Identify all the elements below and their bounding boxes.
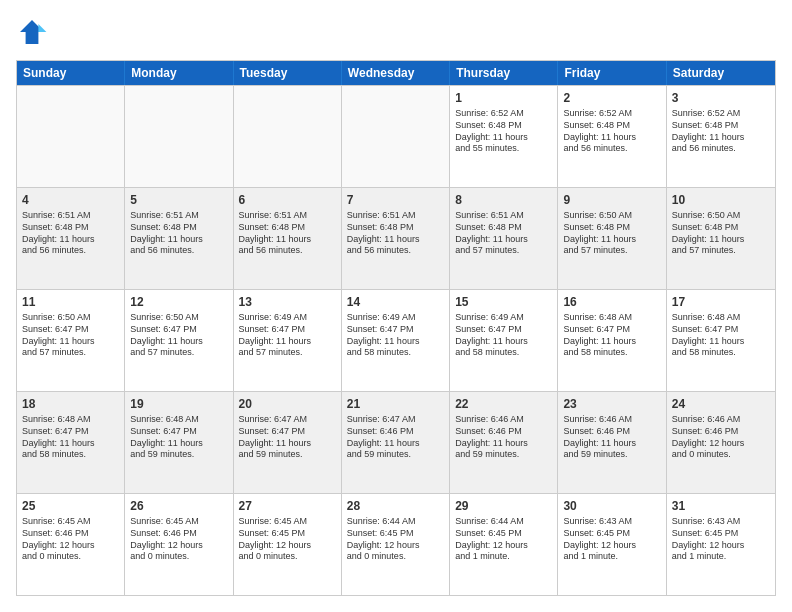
cell-text: Sunrise: 6:51 AM Sunset: 6:48 PM Dayligh…: [22, 210, 119, 257]
cell-text: Sunrise: 6:48 AM Sunset: 6:47 PM Dayligh…: [672, 312, 770, 359]
day-number: 25: [22, 498, 119, 514]
calendar-cell: 7Sunrise: 6:51 AM Sunset: 6:48 PM Daylig…: [342, 188, 450, 289]
calendar-cell: 15Sunrise: 6:49 AM Sunset: 6:47 PM Dayli…: [450, 290, 558, 391]
calendar-cell: 29Sunrise: 6:44 AM Sunset: 6:45 PM Dayli…: [450, 494, 558, 595]
calendar-cell: 31Sunrise: 6:43 AM Sunset: 6:45 PM Dayli…: [667, 494, 775, 595]
cell-text: Sunrise: 6:44 AM Sunset: 6:45 PM Dayligh…: [347, 516, 444, 563]
cell-text: Sunrise: 6:46 AM Sunset: 6:46 PM Dayligh…: [455, 414, 552, 461]
header-day-thursday: Thursday: [450, 61, 558, 85]
calendar-cell: 13Sunrise: 6:49 AM Sunset: 6:47 PM Dayli…: [234, 290, 342, 391]
calendar-cell: 14Sunrise: 6:49 AM Sunset: 6:47 PM Dayli…: [342, 290, 450, 391]
cell-text: Sunrise: 6:51 AM Sunset: 6:48 PM Dayligh…: [347, 210, 444, 257]
calendar-cell: 21Sunrise: 6:47 AM Sunset: 6:46 PM Dayli…: [342, 392, 450, 493]
cell-text: Sunrise: 6:48 AM Sunset: 6:47 PM Dayligh…: [563, 312, 660, 359]
header-day-tuesday: Tuesday: [234, 61, 342, 85]
calendar-cell: 1Sunrise: 6:52 AM Sunset: 6:48 PM Daylig…: [450, 86, 558, 187]
calendar-cell: 26Sunrise: 6:45 AM Sunset: 6:46 PM Dayli…: [125, 494, 233, 595]
cell-text: Sunrise: 6:44 AM Sunset: 6:45 PM Dayligh…: [455, 516, 552, 563]
day-number: 12: [130, 294, 227, 310]
day-number: 21: [347, 396, 444, 412]
cell-text: Sunrise: 6:50 AM Sunset: 6:48 PM Dayligh…: [672, 210, 770, 257]
cell-text: Sunrise: 6:50 AM Sunset: 6:47 PM Dayligh…: [22, 312, 119, 359]
header-day-monday: Monday: [125, 61, 233, 85]
calendar-body: 1Sunrise: 6:52 AM Sunset: 6:48 PM Daylig…: [17, 85, 775, 595]
day-number: 7: [347, 192, 444, 208]
cell-text: Sunrise: 6:43 AM Sunset: 6:45 PM Dayligh…: [672, 516, 770, 563]
cell-text: Sunrise: 6:45 AM Sunset: 6:46 PM Dayligh…: [22, 516, 119, 563]
day-number: 10: [672, 192, 770, 208]
calendar: SundayMondayTuesdayWednesdayThursdayFrid…: [16, 60, 776, 596]
cell-text: Sunrise: 6:49 AM Sunset: 6:47 PM Dayligh…: [347, 312, 444, 359]
calendar-row-1: 4Sunrise: 6:51 AM Sunset: 6:48 PM Daylig…: [17, 187, 775, 289]
calendar-cell: 11Sunrise: 6:50 AM Sunset: 6:47 PM Dayli…: [17, 290, 125, 391]
day-number: 6: [239, 192, 336, 208]
cell-text: Sunrise: 6:46 AM Sunset: 6:46 PM Dayligh…: [563, 414, 660, 461]
cell-text: Sunrise: 6:50 AM Sunset: 6:48 PM Dayligh…: [563, 210, 660, 257]
header: [16, 16, 776, 48]
day-number: 27: [239, 498, 336, 514]
day-number: 8: [455, 192, 552, 208]
header-day-saturday: Saturday: [667, 61, 775, 85]
calendar-cell: 30Sunrise: 6:43 AM Sunset: 6:45 PM Dayli…: [558, 494, 666, 595]
day-number: 16: [563, 294, 660, 310]
cell-text: Sunrise: 6:49 AM Sunset: 6:47 PM Dayligh…: [455, 312, 552, 359]
day-number: 23: [563, 396, 660, 412]
cell-text: Sunrise: 6:47 AM Sunset: 6:47 PM Dayligh…: [239, 414, 336, 461]
day-number: 20: [239, 396, 336, 412]
cell-text: Sunrise: 6:48 AM Sunset: 6:47 PM Dayligh…: [130, 414, 227, 461]
calendar-cell: [342, 86, 450, 187]
calendar-cell: 17Sunrise: 6:48 AM Sunset: 6:47 PM Dayli…: [667, 290, 775, 391]
calendar-cell: 10Sunrise: 6:50 AM Sunset: 6:48 PM Dayli…: [667, 188, 775, 289]
calendar-cell: 4Sunrise: 6:51 AM Sunset: 6:48 PM Daylig…: [17, 188, 125, 289]
cell-text: Sunrise: 6:43 AM Sunset: 6:45 PM Dayligh…: [563, 516, 660, 563]
calendar-cell: 28Sunrise: 6:44 AM Sunset: 6:45 PM Dayli…: [342, 494, 450, 595]
day-number: 18: [22, 396, 119, 412]
day-number: 13: [239, 294, 336, 310]
page: SundayMondayTuesdayWednesdayThursdayFrid…: [0, 0, 792, 612]
calendar-cell: 19Sunrise: 6:48 AM Sunset: 6:47 PM Dayli…: [125, 392, 233, 493]
calendar-cell: 9Sunrise: 6:50 AM Sunset: 6:48 PM Daylig…: [558, 188, 666, 289]
cell-text: Sunrise: 6:49 AM Sunset: 6:47 PM Dayligh…: [239, 312, 336, 359]
calendar-cell: [234, 86, 342, 187]
logo-icon: [16, 16, 48, 48]
cell-text: Sunrise: 6:48 AM Sunset: 6:47 PM Dayligh…: [22, 414, 119, 461]
day-number: 19: [130, 396, 227, 412]
header-day-wednesday: Wednesday: [342, 61, 450, 85]
calendar-cell: 6Sunrise: 6:51 AM Sunset: 6:48 PM Daylig…: [234, 188, 342, 289]
calendar-row-4: 25Sunrise: 6:45 AM Sunset: 6:46 PM Dayli…: [17, 493, 775, 595]
calendar-cell: 8Sunrise: 6:51 AM Sunset: 6:48 PM Daylig…: [450, 188, 558, 289]
cell-text: Sunrise: 6:51 AM Sunset: 6:48 PM Dayligh…: [239, 210, 336, 257]
calendar-row-0: 1Sunrise: 6:52 AM Sunset: 6:48 PM Daylig…: [17, 85, 775, 187]
day-number: 9: [563, 192, 660, 208]
day-number: 2: [563, 90, 660, 106]
day-number: 5: [130, 192, 227, 208]
day-number: 4: [22, 192, 119, 208]
day-number: 11: [22, 294, 119, 310]
cell-text: Sunrise: 6:52 AM Sunset: 6:48 PM Dayligh…: [455, 108, 552, 155]
calendar-cell: 18Sunrise: 6:48 AM Sunset: 6:47 PM Dayli…: [17, 392, 125, 493]
calendar-header: SundayMondayTuesdayWednesdayThursdayFrid…: [17, 61, 775, 85]
cell-text: Sunrise: 6:45 AM Sunset: 6:45 PM Dayligh…: [239, 516, 336, 563]
day-number: 28: [347, 498, 444, 514]
calendar-row-3: 18Sunrise: 6:48 AM Sunset: 6:47 PM Dayli…: [17, 391, 775, 493]
calendar-cell: 22Sunrise: 6:46 AM Sunset: 6:46 PM Dayli…: [450, 392, 558, 493]
calendar-cell: 5Sunrise: 6:51 AM Sunset: 6:48 PM Daylig…: [125, 188, 233, 289]
day-number: 30: [563, 498, 660, 514]
cell-text: Sunrise: 6:47 AM Sunset: 6:46 PM Dayligh…: [347, 414, 444, 461]
cell-text: Sunrise: 6:51 AM Sunset: 6:48 PM Dayligh…: [130, 210, 227, 257]
calendar-cell: [17, 86, 125, 187]
calendar-cell: 27Sunrise: 6:45 AM Sunset: 6:45 PM Dayli…: [234, 494, 342, 595]
calendar-cell: 23Sunrise: 6:46 AM Sunset: 6:46 PM Dayli…: [558, 392, 666, 493]
calendar-cell: 12Sunrise: 6:50 AM Sunset: 6:47 PM Dayli…: [125, 290, 233, 391]
day-number: 26: [130, 498, 227, 514]
cell-text: Sunrise: 6:52 AM Sunset: 6:48 PM Dayligh…: [563, 108, 660, 155]
day-number: 29: [455, 498, 552, 514]
calendar-cell: 20Sunrise: 6:47 AM Sunset: 6:47 PM Dayli…: [234, 392, 342, 493]
cell-text: Sunrise: 6:51 AM Sunset: 6:48 PM Dayligh…: [455, 210, 552, 257]
cell-text: Sunrise: 6:46 AM Sunset: 6:46 PM Dayligh…: [672, 414, 770, 461]
calendar-cell: 16Sunrise: 6:48 AM Sunset: 6:47 PM Dayli…: [558, 290, 666, 391]
calendar-cell: 25Sunrise: 6:45 AM Sunset: 6:46 PM Dayli…: [17, 494, 125, 595]
calendar-cell: 24Sunrise: 6:46 AM Sunset: 6:46 PM Dayli…: [667, 392, 775, 493]
day-number: 1: [455, 90, 552, 106]
logo: [16, 16, 52, 48]
